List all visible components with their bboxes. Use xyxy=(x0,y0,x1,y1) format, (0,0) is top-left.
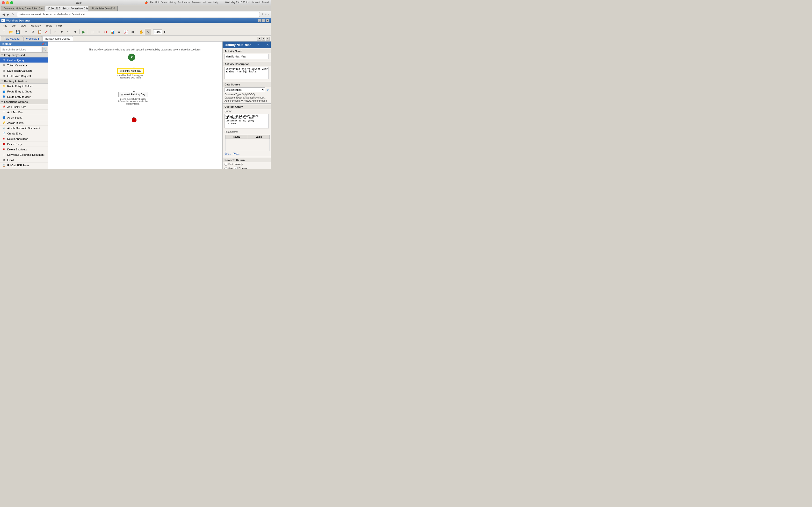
browser-tab-3[interactable]: Ricoh SalesDemo134 xyxy=(89,6,118,11)
toolbox-item-delete-annotation[interactable]: ✖ Delete Annotation xyxy=(0,136,48,142)
toolbar-undo-arrow-btn[interactable]: ▾ xyxy=(58,29,65,35)
menu-file[interactable]: File xyxy=(1,24,9,27)
mac-window-controls[interactable] xyxy=(2,1,13,4)
browser-tab-1[interactable]: Automated Holiday Dates Token Calculatio… xyxy=(1,6,45,11)
data-source-refresh-btn[interactable]: ↻ xyxy=(266,88,269,92)
toolbar-open-btn[interactable]: 📂 xyxy=(8,29,14,35)
section-routing-activities-header[interactable]: ▼ Routing Activities xyxy=(0,79,48,83)
browser-reader-icon[interactable]: ≡ xyxy=(268,13,269,16)
toolbar-zoom-fit-btn[interactable]: ⊡ xyxy=(89,29,95,35)
edit-query-link[interactable]: Edit... xyxy=(224,152,231,155)
insert-statutory-day-box[interactable]: ⊞ Insert Statutory Day xyxy=(118,92,147,97)
toolbar-run-btn[interactable]: ▶ xyxy=(81,29,87,35)
tab-rule-manager[interactable]: Rule Manager xyxy=(1,36,23,41)
toolbox-item-route-user[interactable]: 👤 Route Entry to User xyxy=(0,94,48,100)
app-close-btn[interactable]: ✕ xyxy=(266,19,269,22)
toolbox-close-btn[interactable]: ✕ xyxy=(45,43,47,45)
toolbar-connect-btn[interactable]: ⊕ xyxy=(130,29,136,35)
toolbox-item-custom-query[interactable]: ⊞ Custom Query xyxy=(0,57,48,63)
toolbox-item-attach-electronic-document[interactable]: 📎 Attach Electronic Document xyxy=(0,125,48,131)
browser-tab-2[interactable]: 10.10.161.7 - Ericom AccessNow Client - … xyxy=(45,6,89,11)
zoom-dropdown-btn[interactable]: ▾ xyxy=(162,29,166,35)
toolbar-pan-btn[interactable]: ✋ xyxy=(138,29,144,35)
canvas-area[interactable]: This workflow updates the holiday data w… xyxy=(48,42,222,169)
toolbox-item-download-electronic-document[interactable]: ⬇ Download Electronic Document xyxy=(0,152,48,157)
toolbox-search-input[interactable] xyxy=(1,47,42,52)
browser-forward-btn[interactable]: ▶ xyxy=(6,12,10,17)
toolbox-item-fill-pdf[interactable]: 📋 Fill Out PDF Form xyxy=(0,163,48,168)
toolbar-select-btn[interactable]: ↖ xyxy=(145,29,151,35)
mac-menu-edit[interactable]: Edit xyxy=(155,1,159,4)
first-n-rows-radio[interactable] xyxy=(224,167,227,169)
toolbox-item-apply-stamp[interactable]: 🔵 Apply Stamp xyxy=(0,115,48,120)
toolbar-list-btn[interactable]: ≡ xyxy=(116,29,122,35)
mac-menu-develop[interactable]: Develop xyxy=(192,1,201,4)
toolbar-paste-btn[interactable]: 📋 xyxy=(37,29,43,35)
toolbar-reports-btn[interactable]: 📊 xyxy=(109,29,115,35)
toolbar-delete-btn[interactable]: ✕ xyxy=(43,29,50,35)
query-textarea[interactable]: SELECT (ISNULL(MAX([Year]) +1,2018)) Max… xyxy=(224,114,269,128)
tab-workflow-1[interactable]: Workflow 1 xyxy=(23,36,42,41)
toolbox-item-date-token-calculator[interactable]: ⊞ Date Token Calculator xyxy=(0,68,48,73)
toolbar-save-btn[interactable]: 💾 xyxy=(14,29,21,35)
toolbar-chart-btn[interactable]: 📈 xyxy=(123,29,129,35)
mac-maximize-btn[interactable] xyxy=(10,1,13,4)
mac-menu-bookmarks[interactable]: Bookmarks xyxy=(178,1,190,4)
tab-scroll-right-btn[interactable]: ► xyxy=(261,37,265,41)
test-query-link[interactable]: Test... xyxy=(233,152,240,155)
menu-help[interactable]: Help xyxy=(54,24,64,27)
toolbar-properties-btn[interactable]: ⊗ xyxy=(102,29,109,35)
rows-stepper-btn[interactable]: ▲ ▼ xyxy=(237,167,241,169)
mac-close-btn[interactable] xyxy=(2,1,5,4)
toolbox-item-delete-entry[interactable]: ✖ Delete Entry xyxy=(0,142,48,147)
toolbox-item-assign-rights[interactable]: 🔑 Assign Rights xyxy=(0,120,48,125)
toolbar-cut-btn[interactable]: ✂ xyxy=(23,29,29,35)
browser-share-icon[interactable]: ⬆ xyxy=(262,13,264,16)
identify-next-year-box[interactable]: ⊞ Identify Next Year xyxy=(117,68,144,74)
toolbox-item-http-web-request[interactable]: ⊞ HTTP Web Request xyxy=(0,73,48,79)
toolbox-item-delete-shortcuts[interactable]: ✖ Delete Shortcuts xyxy=(0,147,48,152)
app-minimize-btn[interactable]: _ xyxy=(258,19,261,22)
toolbar-new-btn[interactable]: 🗋 xyxy=(1,29,7,35)
toolbox-search-button[interactable]: 🔍 xyxy=(42,47,47,52)
app-restore-btn[interactable]: □ xyxy=(262,19,265,22)
toolbox-item-route-group[interactable]: 👥 Route Entry to Group xyxy=(0,89,48,94)
menu-edit[interactable]: Edit xyxy=(10,24,18,27)
browser-reload-btn[interactable]: ↻ xyxy=(11,12,15,17)
toolbar-copy-btn[interactable]: ⧉ xyxy=(30,29,36,35)
tab-holiday-table-update[interactable]: Holiday Table Update xyxy=(42,36,73,41)
activity-description-textarea[interactable]: Identifies the following year against th… xyxy=(224,67,269,79)
mac-minimize-btn[interactable] xyxy=(6,1,9,4)
identify-next-year-node[interactable]: ⊞ Identify Next Year Identifies the foll… xyxy=(114,68,147,79)
menu-view[interactable]: View xyxy=(18,24,28,27)
properties-close-btn[interactable]: ✕ xyxy=(266,43,269,47)
zoom-input[interactable] xyxy=(153,30,162,34)
tab-close-btn[interactable]: ✕ xyxy=(266,37,270,41)
toolbox-pin-btn[interactable]: 📌 xyxy=(41,43,44,45)
app-window-buttons[interactable]: _ □ ✕ xyxy=(258,19,269,22)
end-node[interactable] xyxy=(132,118,137,122)
menu-workflow[interactable]: Workflow xyxy=(29,24,43,27)
tab-scroll-left-btn[interactable]: ◄ xyxy=(257,37,261,41)
toolbox-item-email[interactable]: ✉ Email xyxy=(0,157,48,163)
data-source-select[interactable]: ExternalTables xyxy=(224,88,265,92)
start-node[interactable]: ▼ xyxy=(128,54,135,61)
toolbox-item-route-folder[interactable]: 📁 Route Entry to Folder xyxy=(0,83,48,89)
menu-tools[interactable]: Tools xyxy=(44,24,54,27)
first-row-only-radio[interactable] xyxy=(224,163,227,166)
address-bar[interactable]: rsalesdemoremote.ricohcloudecm.ca/salesd… xyxy=(17,12,260,17)
mac-menu-window[interactable]: Window xyxy=(203,1,211,4)
browser-back-btn[interactable]: ◀ xyxy=(1,12,6,17)
toolbox-item-token-calculator[interactable]: ⊞ Token Calculator xyxy=(0,63,48,68)
browser-bookmark-icon[interactable]: ☆ xyxy=(265,13,267,16)
toolbar-undo-btn[interactable]: ↩ xyxy=(52,29,58,35)
toolbar-redo-arrow-btn[interactable]: ▾ xyxy=(72,29,78,35)
mac-menu-view[interactable]: View xyxy=(161,1,167,4)
toolbox-header-buttons[interactable]: 📌 ✕ xyxy=(41,43,47,45)
toolbox-item-add-sticky-note[interactable]: 📌 Add Sticky Note xyxy=(0,104,48,110)
toolbox-item-add-text-box[interactable]: T Add Text Box xyxy=(0,110,48,115)
browser-navigation[interactable]: ◀ ▶ ↻ xyxy=(1,12,15,17)
toolbar-redo-btn[interactable]: ↪ xyxy=(65,29,71,35)
activity-name-input[interactable] xyxy=(224,54,269,59)
section-frequently-used-header[interactable]: ▼ Frequently Used xyxy=(0,53,48,57)
